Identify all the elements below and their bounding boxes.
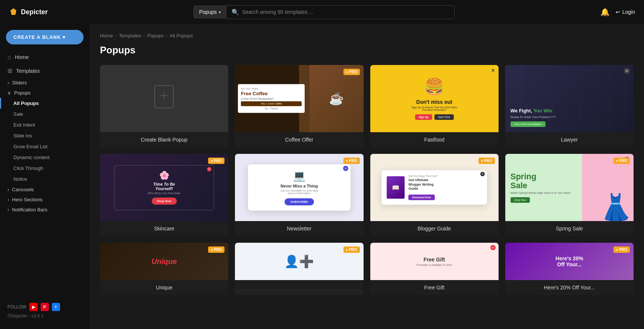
pro-blogger-label: PRO [484,159,492,163]
header: Depicter Popups ▾ 🔍 🔔 ↩ Login [0,0,644,24]
search-icon: 🔍 [232,9,239,16]
template-label-blank: Create Blank Popup [100,132,228,147]
template-card-free-gift[interactable]: ✕ Free Gift Promotion Is Available To 20… [370,243,499,295]
pro-badge-skincare: ♦ PRO [208,158,224,164]
pro-gem-unique-icon: ♦ [211,248,213,252]
template-card-coffee[interactable]: ♦ PRO Do You Want Free Coffee In One Of … [235,65,363,147]
sidebar-sub-slide-ins[interactable]: Slide Ins [0,130,89,141]
template-card-skincare[interactable]: ♦ PRO ✕ 🌸 Time To BeYourself! 20% Off On… [100,154,228,236]
template-label-newsletter: Newsletter [235,221,363,236]
breadcrumb-sep-3: › [166,33,167,38]
pro-gem-skincare-icon: ♦ [211,159,213,163]
template-preview-add-contact: ♦ PRO 👤➕ [235,243,363,280]
template-card-spring-sale[interactable]: ♦ PRO ✕ SpringSale What's Spring Fashion… [505,154,634,236]
version-label: ©Depicter - v3.6.1 [7,313,82,319]
pro-addcontact-label: PRO [349,248,357,252]
grid-icon: ⊞ [7,67,12,74]
template-preview-blank [100,65,228,132]
template-label-free-gift: Free Gift [370,280,499,295]
youtube-icon[interactable]: ▶ [29,303,38,311]
pro-20off-label: PRO [619,248,627,252]
sidebar-click-through-label: Click Through [13,165,43,171]
template-card-newsletter[interactable]: ♦ PRO ✕ 💻 Never Miss a Thing Join our ne… [235,154,363,236]
pro-badge-blogger: ♦ PRO [478,158,495,164]
facebook-icon[interactable]: f [52,303,60,311]
template-label-coffee: Coffee Offer [235,132,363,147]
sidebar-item-templates[interactable]: ⊞ Templates [0,64,89,78]
breadcrumb-popups[interactable]: Popups [147,33,164,38]
chevron-down-icon: ∨ [7,90,11,96]
layout: CREATE A BLANK ▾ ⌂ Home ⊞ Templates › Sl… [0,24,644,329]
pro-unique-label: PRO [214,248,222,252]
template-label-spring-sale: Spring Sale [505,221,634,236]
create-blank-button[interactable]: CREATE A BLANK ▾ [6,30,84,44]
chevron-right-icon: › [7,80,9,86]
template-preview-fastfood: ✕ 🍔 Don't miss out Sign Up To Ensure Tha… [370,65,499,132]
sidebar-nav: ⌂ Home ⊞ Templates › Sliders ∨ Popups Al… [0,50,89,298]
login-arrow-icon: ↩ [616,9,620,15]
template-card-lawyer[interactable]: ✕ We Fight, You Win Ready To Solve Your … [505,65,634,147]
template-preview-newsletter: ♦ PRO ✕ 💻 Never Miss a Thing Join our ne… [235,154,363,221]
sidebar-section-carousels[interactable]: › Carousels [0,184,89,195]
breadcrumb-sep-2: › [143,33,145,38]
chevron-down-icon: ▾ [219,10,221,14]
template-label-skincare: Skincare [100,221,228,236]
sidebar-sub-dynamic[interactable]: Dynamic content [0,152,89,163]
breadcrumb-home[interactable]: Home [100,33,113,38]
sidebar-footer: FOLLOW ▶ P f ©Depicter - v3.6.1 [0,298,89,323]
sidebar-item-home[interactable]: ⌂ Home [0,50,89,64]
sidebar-home-label: Home [15,54,29,60]
template-label-20off: Here's 20% Off Your... [505,280,634,295]
sidebar-sub-sale[interactable]: Sale [0,109,89,120]
search-type-label: Popups [199,9,217,15]
sidebar-sub-click-through[interactable]: Click Through [0,163,89,174]
pro-springsale-label: PRO [619,159,627,163]
sidebar-section-notification-bars[interactable]: › Notification Bars [0,205,89,215]
template-preview-unique: ♦ PRO Unique [100,243,228,280]
template-label-unique: Unique [100,280,228,295]
sidebar-section-popups[interactable]: ∨ Popups [0,88,89,98]
template-card-20off[interactable]: ♦ PRO Here's 20%Off Your... Here's 20% O… [505,243,634,295]
sidebar-templates-label: Templates [16,68,40,74]
chevron-right-carousels-icon: › [7,187,9,192]
breadcrumb: Home › Templates › Popups › All Popups [100,33,634,38]
search-type-dropdown[interactable]: Popups ▾ [194,6,226,18]
sidebar-sale-label: Sale [13,111,23,117]
pro-gem-addcontact-icon: ♦ [346,248,348,252]
template-preview-blogger: ♦ PRO ✕ 📖 Did You Enjoy This Post? Get U… [370,154,499,221]
breadcrumb-templates[interactable]: Templates [119,33,141,38]
sidebar: CREATE A BLANK ▾ ⌂ Home ⊞ Templates › Sl… [0,24,89,329]
pro-skincare-label: PRO [214,159,222,163]
notification-bell-button[interactable]: 🔔 [600,7,610,16]
sidebar-grow-email-label: Grow Email List [13,144,47,149]
template-card-blank[interactable]: Create Blank Popup [100,65,228,147]
pro-gem-newsletter-icon: ♦ [346,159,348,163]
template-card-add-contact[interactable]: ♦ PRO 👤➕ [235,243,363,295]
template-card-blogger[interactable]: ♦ PRO ✕ 📖 Did You Enjoy This Post? Get U… [370,154,499,236]
template-card-unique[interactable]: ♦ PRO Unique Unique [100,243,228,295]
breadcrumb-sep-1: › [115,33,117,38]
template-preview-spring-sale: ♦ PRO ✕ SpringSale What's Spring Fashion… [505,154,634,221]
breadcrumb-all-popups: All Popups [170,33,193,38]
logo: Depicter [9,7,48,16]
search-input[interactable] [242,9,449,15]
sidebar-sub-exit-intent[interactable]: Exit Intent [0,120,89,130]
search-bar: 🔍 [226,5,455,19]
chevron-right-hero-icon: › [7,197,9,202]
sidebar-sub-notice[interactable]: Notice [0,174,89,184]
sidebar-sub-grow-email[interactable]: Grow Email List [0,141,89,152]
pro-newsletter-label: PRO [349,159,357,163]
login-label: Login [622,9,635,15]
header-right: 🔔 ↩ Login [600,7,635,16]
pro-badge-newsletter: ♦ PRO [343,158,360,164]
sidebar-sliders-label: Sliders [12,80,27,86]
sidebar-sub-all-popups[interactable]: All Popups [0,98,89,109]
pro-badge-coffee: ♦ PRO [343,69,360,75]
sidebar-section-sliders[interactable]: › Sliders [0,78,89,88]
sidebar-section-hero[interactable]: › Hero Sections [0,195,89,205]
sidebar-hero-label: Hero Sections [12,197,43,202]
pinterest-icon[interactable]: P [41,303,49,311]
login-button[interactable]: ↩ Login [616,9,635,15]
sidebar-notification-bars-label: Notification Bars [12,207,47,212]
template-card-fastfood[interactable]: ✕ 🍔 Don't miss out Sign Up To Ensure Tha… [370,65,499,147]
